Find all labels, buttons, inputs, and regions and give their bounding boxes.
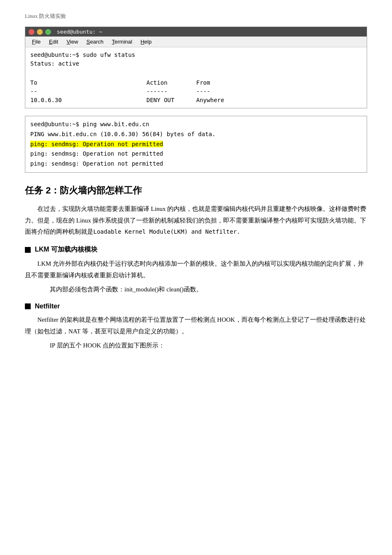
page-label: Linux 防火墙实验	[25, 12, 367, 20]
terminal-window-ufw: seed@ubuntu: ~ File Edit View Search Ter…	[25, 27, 367, 108]
lkm-para1: LKM 允许外部在内核仍处于运行状态时向内核添加一个新的模块。这个新加入的内核可…	[25, 258, 367, 281]
intro-para-mono: Loadable Kernel Module(LKM) and Netfilte…	[93, 228, 240, 235]
col-from: From	[196, 78, 232, 87]
terminal-line-cmd: seed@ubuntu:~$ sudo ufw status	[30, 51, 362, 59]
menu-edit[interactable]: Edit	[45, 37, 62, 46]
netfilter-heading: Netfilter	[25, 303, 367, 310]
terminal-menu-ufw: File Edit View Search Terminal Help	[25, 37, 367, 47]
lkm-heading-text: LKM 可加载内核模块	[35, 245, 97, 254]
terminal-window-ping: seed@ubuntu:~$ ping www.bit.edu.cn PING …	[25, 116, 367, 173]
terminal-body-ufw: seed@ubuntu:~$ sudo ufw status Status: a…	[25, 47, 367, 108]
col-action-sep: ------	[146, 87, 196, 96]
terminal-title: seed@ubuntu: ~	[57, 29, 102, 35]
netfilter-heading-text: Netfilter	[35, 303, 60, 310]
ping-line3-highlighted: ping: sendmsg: Operation not permitted	[30, 139, 362, 149]
menu-help[interactable]: Help	[136, 37, 156, 46]
ping-line2: PING www.bit.edu.cn (10.0.6.30) 56(84) b…	[30, 130, 362, 139]
task-label: 任务 2：防火墙内部怎样工作	[25, 185, 142, 196]
rule-action: DENY OUT	[146, 96, 196, 105]
menu-terminal[interactable]: Terminal	[108, 37, 136, 46]
lkm-section: LKM 可加载内核模块 LKM 允许外部在内核仍处于运行状态时向内核添加一个新的…	[25, 245, 367, 295]
terminal-minimize-btn[interactable]	[37, 29, 43, 35]
ping-line4: ping: sendmsg: Operation not permitted	[30, 149, 362, 159]
netfilter-section: Netfilter Netfilter 的架构就是在整个网络流程的若干位置放置了…	[25, 303, 367, 351]
rule-from: Anywhere	[196, 96, 232, 105]
task-num: 2	[46, 185, 51, 196]
terminal-close-btn[interactable]	[29, 29, 34, 35]
menu-file[interactable]: File	[28, 37, 45, 46]
netfilter-bullet-icon	[25, 303, 31, 309]
netfilter-para2: IP 层的五个 HOOK 点的位置如下图所示：	[25, 340, 367, 352]
lkm-heading: LKM 可加载内核模块	[25, 245, 367, 254]
ping-line5: ping: sendmsg: Operation not permitted	[30, 159, 362, 169]
ping-highlight: ping: sendmsg: Operation not permitted	[30, 141, 163, 147]
terminal-maximize-btn[interactable]	[45, 29, 51, 35]
intro-para: 在过去，实现防火墙功能需要去重新编译 Linux 的内核，也就是需要编辑内核代码…	[25, 203, 367, 238]
menu-search[interactable]: Search	[82, 37, 107, 46]
terminal-body-ping: seed@ubuntu:~$ ping www.bit.edu.cn PING …	[25, 116, 367, 172]
terminal-titlebar-ufw: seed@ubuntu: ~	[25, 27, 367, 37]
rule-to: 10.0.6.30	[30, 96, 146, 105]
task2-heading: 任务 2：防火墙内部怎样工作	[25, 184, 367, 197]
lkm-bullet-icon	[25, 247, 31, 253]
ping-line1: seed@ubuntu:~$ ping www.bit.edu.cn	[30, 120, 362, 130]
col-from-sep: ----	[196, 87, 232, 96]
ufw-table: To Action From -- ------ ---- 10.0.6.30 …	[30, 78, 232, 105]
col-to: To	[30, 78, 146, 87]
netfilter-para1: Netfilter 的架构就是在整个网络流程的若干位置放置了一些检测点 HOOK…	[25, 314, 367, 337]
lkm-para2: 其内部必须包含两个函数：init_module()和 clean()函数。	[25, 284, 367, 296]
menu-view[interactable]: View	[62, 37, 82, 46]
col-action: Action	[146, 78, 196, 87]
terminal-line-status: Status: active	[30, 59, 362, 68]
col-to-sep: --	[30, 87, 146, 96]
